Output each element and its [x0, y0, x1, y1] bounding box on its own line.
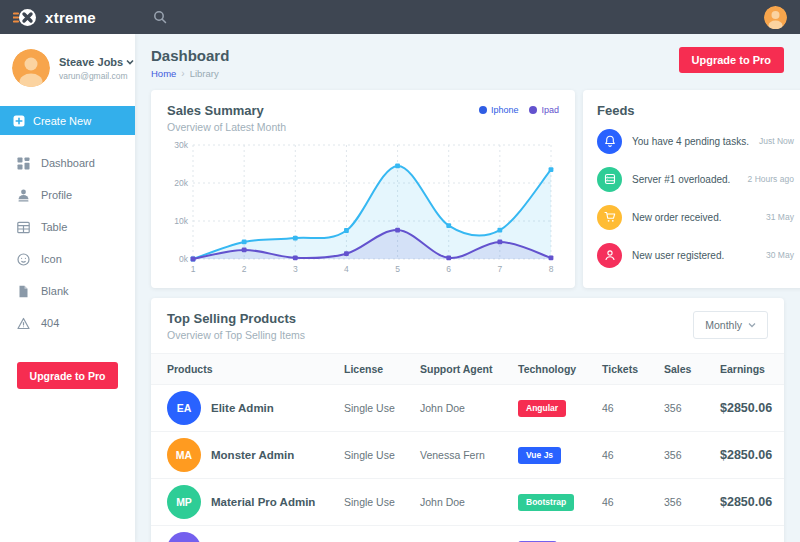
agent-cell: John Doe [412, 385, 510, 432]
tickets-cell: 46 [594, 432, 656, 479]
user-email: varun@gmail.com [59, 71, 134, 81]
navbar-avatar[interactable] [764, 6, 787, 29]
sidebar-item-profile[interactable]: Profile [0, 179, 135, 211]
warning-icon [17, 317, 30, 330]
chevron-down-icon [126, 59, 134, 65]
feed-text: New user registered. [632, 250, 724, 261]
feed-text: Server #1 overloaded. [632, 174, 730, 185]
col-license: License [336, 354, 412, 385]
sidebar-item-table[interactable]: Table [0, 211, 135, 243]
sidebar-item-label: Blank [41, 285, 69, 297]
sidebar-item-blank[interactable]: Blank [0, 275, 135, 307]
xtreme-logo-icon [13, 7, 37, 28]
product-avatar: MP [167, 485, 201, 519]
sidebar-item-label: Dashboard [41, 157, 95, 169]
breadcrumb-home-link[interactable]: Home [151, 68, 176, 79]
feed-time: Just Now [759, 136, 794, 146]
bell-icon [597, 129, 622, 154]
product-avatar: EA [167, 391, 201, 425]
sales-cell: 356 [656, 526, 712, 542]
sidebar-item-dashboard[interactable]: Dashboard [0, 147, 135, 179]
feed-time: 2 Hours ago [748, 174, 794, 184]
create-new-button[interactable]: Create New [0, 106, 135, 135]
svg-text:3: 3 [293, 264, 298, 274]
license-cell: Single Use [336, 432, 412, 479]
table-row: EAElite AdminSingle UseJohn DoeAngular46… [151, 385, 784, 432]
earnings-cell: $2850.06 [712, 526, 784, 542]
tickets-cell: 46 [594, 526, 656, 542]
products-subtitle: Overview of Top Selling Items [167, 329, 305, 341]
sales-cell: 356 [656, 432, 712, 479]
tickets-cell: 46 [594, 385, 656, 432]
col-agent: Support Agent [412, 354, 510, 385]
page-title: Dashboard [151, 47, 229, 64]
monthly-filter-dropdown[interactable]: Monthly [693, 311, 768, 339]
user-name: Steave Jobs [59, 56, 123, 68]
technology-badge: Angular [518, 400, 566, 417]
agent-cell: John Doe [412, 479, 510, 526]
create-new-label: Create New [33, 115, 91, 127]
products-table: Products License Support Agent Technolog… [151, 353, 784, 542]
breadcrumb-separator: › [181, 68, 184, 79]
sidebar-item-label: Table [41, 221, 67, 233]
table-row: MAMonster AdminSingle UseVenessa FernVue… [151, 432, 784, 479]
table-row: AAAmple AdminSingle UseJohn DoeReact4635… [151, 526, 784, 542]
feed-text: You have 4 pending tasks. [632, 136, 749, 147]
user-icon [597, 243, 622, 268]
product-name: Monster Admin [211, 449, 294, 461]
feed-text: New order received. [632, 212, 721, 223]
cart-icon [597, 205, 622, 230]
table-row: MPMaterial Pro AdminSingle UseJohn DoeBo… [151, 479, 784, 526]
license-cell: Single Use [336, 526, 412, 542]
legend-item-ipad[interactable]: Ipad [529, 105, 559, 115]
file-icon [17, 285, 30, 298]
sidebar: Steave Jobs varun@gmail.com Create New [0, 34, 135, 542]
col-earnings: Earnings [712, 354, 784, 385]
sales-title: Sales Summary [167, 103, 286, 118]
license-cell: Single Use [336, 479, 412, 526]
sales-subtitle: Overview of Latest Month [167, 121, 286, 133]
col-tech: Technology [510, 354, 594, 385]
legend-dot [529, 106, 537, 114]
sidebar-menu: Dashboard Profile Table [0, 135, 135, 339]
feed-time: 30 May [766, 250, 794, 260]
feed-item: You have 4 pending tasks. Just Now [597, 122, 794, 160]
svg-text:10k: 10k [174, 216, 188, 226]
top-navbar: xtreme [0, 0, 800, 34]
svg-text:30k: 30k [174, 140, 188, 150]
svg-text:5: 5 [395, 264, 400, 274]
profile-icon [17, 189, 30, 202]
products-table-body: EAElite AdminSingle UseJohn DoeAngular46… [151, 385, 784, 542]
sidebar-item-label: 404 [41, 317, 59, 329]
technology-badge: Bootstrap [518, 494, 574, 511]
server-icon [597, 167, 622, 192]
user-avatar[interactable] [12, 49, 50, 87]
svg-text:1: 1 [191, 264, 196, 274]
earnings-cell: $2850.06 [712, 479, 784, 526]
sidebar-item-404[interactable]: 404 [0, 307, 135, 339]
tickets-cell: 46 [594, 479, 656, 526]
svg-text:2: 2 [242, 264, 247, 274]
plus-square-icon [13, 115, 25, 127]
earnings-cell: $2850.06 [712, 432, 784, 479]
svg-text:8: 8 [549, 264, 554, 274]
col-sales: Sales [656, 354, 712, 385]
search-icon[interactable] [153, 10, 167, 24]
feed-item: New user registered. 30 May [597, 236, 794, 274]
main-content: Dashboard Home › Library Upgrade to Pro … [135, 34, 800, 542]
sidebar-upgrade-button[interactable]: Upgrade to Pro [17, 362, 118, 389]
sales-chart: 0k10k20k30k12345678 [167, 137, 559, 283]
sales-chart-svg: 0k10k20k30k12345678 [167, 137, 559, 279]
agent-cell: Venessa Fern [412, 432, 510, 479]
brand-link[interactable]: xtreme [0, 7, 135, 28]
header-upgrade-button[interactable]: Upgrade to Pro [679, 47, 784, 73]
user-menu-toggle[interactable]: Steave Jobs [59, 56, 134, 68]
monthly-filter-label: Monthly [705, 319, 742, 331]
svg-text:0k: 0k [179, 254, 189, 264]
feeds-title: Feeds [597, 103, 794, 118]
sidebar-item-icon[interactable]: Icon [0, 243, 135, 275]
legend-item-iphone[interactable]: Iphone [479, 105, 519, 115]
products-title: Top Selling Products [167, 311, 305, 326]
feed-time: 31 May [766, 212, 794, 222]
feed-item: Server #1 overloaded. 2 Hours ago [597, 160, 794, 198]
